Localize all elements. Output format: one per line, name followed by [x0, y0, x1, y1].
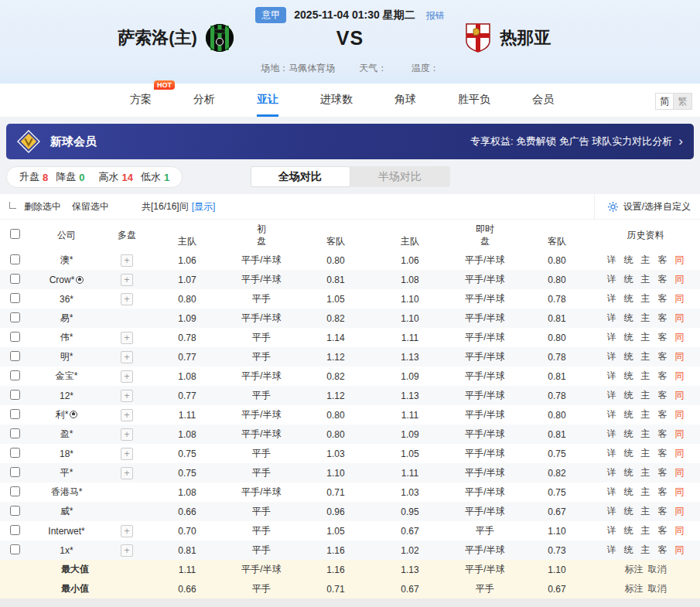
detail-link[interactable]: 详 — [607, 448, 616, 459]
expand-multi-button[interactable]: + — [121, 428, 133, 441]
expand-multi-button[interactable]: + — [121, 525, 133, 537]
detail-link[interactable]: 详 — [607, 390, 616, 401]
detail-link[interactable]: 详 — [607, 254, 616, 265]
away-history-link[interactable]: 客 — [658, 544, 668, 555]
detail-link[interactable]: 详 — [607, 544, 616, 555]
lang-traditional-button[interactable]: 繁 — [674, 93, 692, 110]
away-history-link[interactable]: 客 — [658, 254, 668, 265]
row-checkbox[interactable] — [10, 506, 20, 516]
same-link[interactable]: 同 — [675, 351, 685, 362]
trend-link[interactable]: 统 — [624, 467, 633, 478]
expand-multi-button[interactable]: + — [121, 293, 133, 305]
away-history-link[interactable]: 客 — [658, 506, 668, 517]
same-link[interactable]: 同 — [675, 293, 685, 304]
expand-multi-button[interactable]: + — [121, 544, 133, 557]
detail-link[interactable]: 详 — [607, 428, 616, 439]
expand-multi-button[interactable]: + — [121, 448, 133, 460]
same-link[interactable]: 同 — [675, 448, 685, 459]
same-link[interactable]: 同 — [675, 274, 685, 285]
away-history-link[interactable]: 客 — [658, 312, 668, 323]
trend-link[interactable]: 统 — [624, 312, 633, 323]
same-link[interactable]: 同 — [675, 409, 685, 420]
tab-方案[interactable]: 方案HOT — [130, 84, 152, 117]
row-checkbox[interactable] — [10, 428, 20, 438]
trend-link[interactable]: 统 — [624, 486, 633, 497]
tab-会员[interactable]: 会员 — [532, 84, 554, 117]
away-history-link[interactable]: 客 — [658, 428, 668, 439]
home-history-link[interactable]: 主 — [641, 428, 650, 439]
trend-link[interactable]: 统 — [624, 293, 633, 304]
detail-link[interactable]: 详 — [607, 293, 616, 304]
same-link[interactable]: 同 — [675, 506, 685, 517]
home-history-link[interactable]: 主 — [641, 525, 650, 536]
same-link[interactable]: 同 — [675, 544, 685, 555]
expand-multi-button[interactable]: + — [121, 351, 133, 363]
trend-link[interactable]: 统 — [624, 428, 633, 439]
trend-link[interactable]: 统 — [624, 332, 633, 343]
detail-link[interactable]: 详 — [607, 486, 616, 497]
lang-simplified-button[interactable]: 简 — [655, 93, 674, 110]
detail-link[interactable]: 详 — [607, 467, 616, 478]
show-link[interactable]: [显示] — [192, 200, 216, 213]
delete-selected-button[interactable]: 删除选中 — [24, 200, 61, 213]
home-history-link[interactable]: 主 — [641, 506, 650, 517]
home-history-link[interactable]: 主 — [641, 544, 650, 555]
tab-分析[interactable]: 分析 — [193, 84, 215, 117]
trend-link[interactable]: 统 — [624, 448, 633, 459]
same-link[interactable]: 同 — [675, 390, 685, 401]
trend-link[interactable]: 统 — [624, 525, 633, 536]
trend-link[interactable]: 统 — [624, 544, 633, 555]
home-history-link[interactable]: 主 — [641, 254, 650, 265]
row-checkbox[interactable] — [10, 312, 20, 322]
keep-selected-button[interactable]: 保留选中 — [72, 200, 109, 213]
home-history-link[interactable]: 主 — [641, 409, 650, 420]
row-checkbox[interactable] — [10, 332, 20, 342]
home-history-link[interactable]: 主 — [641, 390, 650, 401]
row-checkbox[interactable] — [10, 274, 20, 284]
detail-link[interactable]: 详 — [607, 332, 616, 343]
same-link[interactable]: 同 — [675, 525, 685, 536]
detail-link[interactable]: 详 — [607, 274, 616, 285]
row-checkbox[interactable] — [10, 525, 20, 535]
row-checkbox[interactable] — [10, 409, 20, 419]
mark-link[interactable]: 标注 — [625, 564, 644, 575]
trend-link[interactable]: 统 — [624, 351, 633, 362]
away-history-link[interactable]: 客 — [658, 351, 668, 362]
full-match-tab[interactable]: 全场对比 — [251, 166, 350, 187]
away-history-link[interactable]: 客 — [658, 390, 668, 401]
detail-link[interactable]: 详 — [607, 525, 616, 536]
expand-multi-button[interactable]: + — [121, 467, 133, 479]
detail-link[interactable]: 详 — [607, 370, 616, 381]
tab-胜平负[interactable]: 胜平负 — [458, 84, 490, 117]
row-checkbox[interactable] — [10, 351, 20, 361]
home-history-link[interactable]: 主 — [641, 312, 650, 323]
tab-角球[interactable]: 角球 — [394, 84, 416, 117]
home-history-link[interactable]: 主 — [641, 351, 650, 362]
away-history-link[interactable]: 客 — [658, 293, 668, 304]
row-checkbox[interactable] — [10, 544, 20, 554]
expand-multi-button[interactable]: + — [121, 409, 133, 421]
home-history-link[interactable]: 主 — [641, 332, 650, 343]
expand-multi-button[interactable]: + — [121, 274, 133, 286]
select-all-checkbox[interactable] — [10, 229, 20, 239]
away-history-link[interactable]: 客 — [658, 332, 668, 343]
row-checkbox[interactable] — [10, 467, 20, 477]
detail-link[interactable]: 详 — [607, 409, 616, 420]
row-checkbox[interactable] — [10, 448, 20, 458]
row-checkbox[interactable] — [10, 254, 20, 264]
same-link[interactable]: 同 — [675, 332, 685, 343]
row-checkbox[interactable] — [10, 486, 20, 496]
same-link[interactable]: 同 — [675, 467, 685, 478]
same-link[interactable]: 同 — [675, 254, 685, 265]
half-match-tab[interactable]: 半场对比 — [350, 166, 450, 187]
away-history-link[interactable]: 客 — [658, 467, 668, 478]
expand-multi-button[interactable]: + — [121, 332, 133, 344]
away-history-link[interactable]: 客 — [658, 486, 668, 497]
row-checkbox[interactable] — [10, 390, 20, 400]
vip-membership-banner[interactable]: 新球会员 专享权益: 免费解锁 免广告 球队实力对比分析 › — [6, 124, 694, 159]
trend-link[interactable]: 统 — [624, 254, 633, 265]
expand-multi-button[interactable]: + — [121, 254, 133, 267]
expand-multi-button[interactable]: + — [121, 390, 133, 402]
report-error-link[interactable]: 报错 — [426, 10, 445, 21]
row-checkbox[interactable] — [10, 293, 20, 303]
